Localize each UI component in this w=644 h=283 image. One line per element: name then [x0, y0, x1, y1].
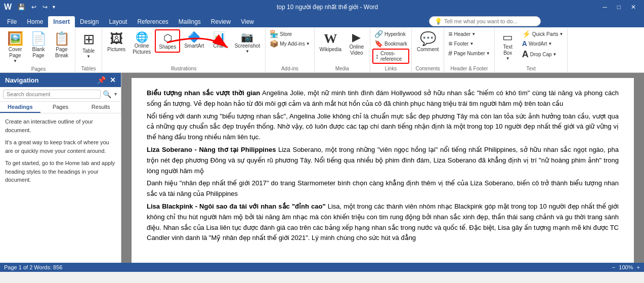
dropcap-button[interactable]: A Drop Cap ▼ — [520, 49, 566, 60]
table-dropdown[interactable]: ▼ — [87, 54, 91, 59]
chart-button[interactable]: 📊 Chart — [208, 29, 231, 51]
blank-page-button[interactable]: 📄 BlankPage — [27, 29, 50, 60]
footer-dropdown[interactable]: ▼ — [469, 42, 474, 46]
ribbon-group-addins: 🏪 Store 📦 My Add-ins ▼ Add-ins — [266, 28, 314, 72]
close-btn[interactable]: ✕ — [627, 3, 640, 12]
tab-references[interactable]: References — [132, 16, 173, 27]
comment-button[interactable]: 💬 Comment — [414, 29, 442, 54]
footer-icon: ≡ — [448, 39, 452, 48]
doc-bold-3: Lisa Blackpink - Ngôi sao đa tài với nha… — [147, 203, 326, 210]
blank-page-label: BlankPage — [32, 47, 45, 59]
addins-vertical: 🏪 Store 📦 My Add-ins ▼ — [268, 29, 312, 48]
pictures-icon: 🖼 — [110, 31, 123, 47]
minimize-btn[interactable]: ─ — [598, 3, 611, 12]
addins-label: Add-ins — [281, 65, 298, 71]
cover-page-button[interactable]: 🖼️ CoverPage ▼ — [4, 29, 26, 65]
my-addins-label: My Add-ins — [280, 41, 305, 47]
tab-design[interactable]: Design — [75, 16, 104, 27]
quick-access-dropdown[interactable]: ▼ — [52, 5, 56, 10]
ribbon-group-illustrations: 🖼 Pictures 🌐 OnlinePictures ⬡ Shapes 🔷 S… — [102, 28, 266, 72]
shapes-icon: ⬡ — [163, 32, 172, 44]
page-break-button[interactable]: 📋 PageBreak — [51, 29, 73, 60]
cross-reference-icon: ↕ — [375, 52, 379, 60]
textbox-dropdown[interactable]: ▼ — [506, 56, 510, 61]
maximize-btn[interactable]: □ — [613, 3, 625, 12]
wordart-button[interactable]: A WordArt ▼ — [520, 39, 566, 48]
title-bar-left: W 💾 ↩ ↪ ▼ — [4, 3, 56, 12]
pages-items: 🖼️ CoverPage ▼ 📄 BlankPage 📋 PageBreak — [4, 29, 73, 65]
ribbon-group-tables: ⊞ Table ▼ Tables — [75, 28, 102, 72]
doc-paragraph-5: Lisa Blackpink - Ngôi sao đa tài với nha… — [147, 201, 619, 244]
quick-access-redo[interactable]: ↪ — [40, 3, 50, 12]
tab-file[interactable]: File — [2, 16, 22, 27]
online-video-label: OnlineVideo — [350, 44, 364, 56]
page-number-button[interactable]: # Page Number ▼ — [446, 49, 492, 58]
doc-paragraph-3: Liza Soberano - Nàng thơ tại Philippines… — [147, 145, 619, 176]
zoom-controls: − 100% + — [612, 264, 640, 270]
document-area[interactable]: Biểu tượng nhan sắc vượt thời gian Angel… — [121, 73, 644, 263]
smartart-icon: 🔷 — [188, 31, 200, 43]
quick-access-undo[interactable]: ↩ — [29, 3, 38, 12]
nav-close-icon[interactable]: ✕ — [110, 76, 116, 84]
nav-content-line3: To get started, go to the Home tab and a… — [5, 159, 116, 184]
online-pictures-button[interactable]: 🌐 OnlinePictures — [130, 29, 154, 57]
wordart-dropdown[interactable]: ▼ — [548, 42, 552, 46]
online-video-button[interactable]: ▶ OnlineVideo — [346, 29, 368, 58]
illustrations-label: Illustrations — [171, 65, 197, 71]
header-footer-vertical: ≡ Header ▼ ≡ Footer ▼ # Page Number ▼ — [446, 29, 492, 58]
store-button[interactable]: 🏪 Store — [268, 29, 312, 38]
tab-mailings[interactable]: Mailings — [174, 16, 206, 27]
bookmark-icon: 🔖 — [374, 39, 383, 48]
cross-reference-button[interactable]: ↕ Cross-reference — [372, 49, 409, 64]
textbox-button[interactable]: ▭ TextBox ▼ — [497, 29, 519, 63]
quickparts-dropdown[interactable]: ▼ — [559, 32, 563, 36]
my-addins-button[interactable]: 📦 My Add-ins ▼ — [268, 39, 312, 48]
bookmark-button[interactable]: 🔖 Bookmark — [372, 39, 409, 48]
links-items: 🔗 Hyperlink 🔖 Bookmark ↕ Cross-reference — [372, 29, 409, 65]
quickparts-label: Quick Parts — [532, 31, 559, 37]
links-label: Links — [385, 65, 397, 71]
tell-me-input[interactable] — [444, 18, 535, 24]
smartart-button[interactable]: 🔷 SmartArt — [181, 29, 207, 51]
shapes-button[interactable]: ⬡ Shapes — [155, 29, 180, 53]
nav-search-dropdown[interactable]: ▼ — [113, 92, 118, 97]
tab-insert[interactable]: Insert — [48, 16, 75, 27]
tab-home[interactable]: Home — [22, 16, 48, 27]
nav-search-icon[interactable]: 🔍 — [101, 89, 113, 99]
nav-tab-results[interactable]: Results — [80, 102, 121, 113]
pictures-button[interactable]: 🖼 Pictures — [104, 29, 128, 54]
tab-layout[interactable]: Layout — [104, 16, 132, 27]
screenshot-label: Screenshot — [235, 43, 261, 49]
page-number-dropdown[interactable]: ▼ — [486, 51, 490, 56]
wikipedia-button[interactable]: W Wikipedia — [317, 29, 345, 54]
header-dropdown[interactable]: ▼ — [471, 32, 476, 36]
store-label: Store — [280, 31, 292, 37]
nav-pin-icon[interactable]: 📌 — [97, 76, 106, 84]
tell-me-bar[interactable]: 💡 — [429, 16, 541, 26]
pictures-label: Pictures — [107, 47, 125, 53]
screenshot-dropdown[interactable]: ▼ — [245, 49, 249, 54]
zoom-out-btn[interactable]: − — [612, 264, 615, 270]
tab-view[interactable]: View — [236, 16, 259, 27]
footer-button[interactable]: ≡ Footer ▼ — [446, 39, 492, 48]
nav-tab-headings[interactable]: Headings — [0, 102, 40, 113]
tab-review[interactable]: Review — [206, 16, 236, 27]
header-button[interactable]: ≡ Header ▼ — [446, 29, 492, 38]
zoom-in-btn[interactable]: + — [637, 264, 640, 270]
quickparts-button[interactable]: ⚡ Quick Parts ▼ — [520, 29, 566, 38]
screenshot-button[interactable]: 📷 Screenshot ▼ — [232, 29, 264, 56]
hyperlink-button[interactable]: 🔗 Hyperlink — [372, 29, 409, 38]
title-bar: W 💾 ↩ ↪ ▼ top 10 người đẹp nhất thế giới… — [0, 0, 644, 14]
chart-label: Chart — [213, 43, 225, 49]
wordart-label: WordArt — [529, 41, 547, 47]
nav-search-input[interactable] — [3, 90, 101, 99]
dropcap-dropdown[interactable]: ▼ — [553, 52, 557, 57]
table-button[interactable]: ⊞ Table ▼ — [77, 29, 100, 60]
page-break-label: PageBreak — [55, 47, 68, 59]
online-pictures-label: OnlinePictures — [133, 43, 151, 55]
quick-access-save[interactable]: 💾 — [16, 3, 27, 12]
ribbon-group-comments: 💬 Comment Comments — [412, 28, 444, 72]
my-addins-dropdown[interactable]: ▼ — [306, 42, 310, 46]
nav-tab-pages[interactable]: Pages — [40, 102, 81, 113]
cover-dropdown[interactable]: ▼ — [13, 59, 17, 64]
